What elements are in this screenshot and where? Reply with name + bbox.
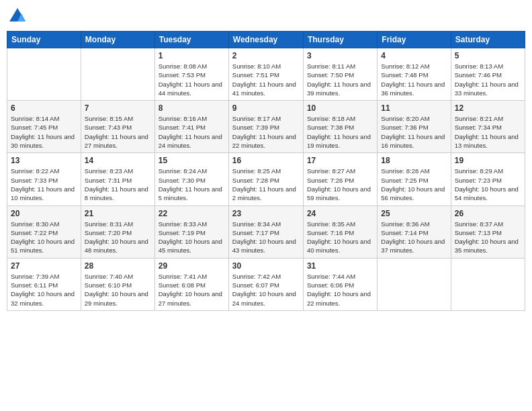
day-detail: Sunrise: 8:17 AM Sunset: 7:39 PM Dayligh… [232, 114, 300, 150]
day-number: 28 [85, 261, 151, 271]
calendar-cell: 1Sunrise: 8:08 AM Sunset: 7:53 PM Daylig… [154, 48, 228, 101]
day-detail: Sunrise: 8:08 AM Sunset: 7:53 PM Dayligh… [159, 62, 225, 97]
day-number: 14 [85, 156, 151, 165]
calendar-cell [378, 258, 451, 310]
day-number: 11 [381, 103, 447, 113]
day-detail: Sunrise: 8:22 AM Sunset: 7:33 PM Dayligh… [11, 167, 77, 202]
day-number: 4 [381, 51, 447, 60]
weekday-header-wednesday: Wednesday [228, 32, 303, 48]
day-number: 18 [381, 156, 447, 165]
calendar-cell: 6Sunrise: 8:14 AM Sunset: 7:45 PM Daylig… [7, 101, 81, 153]
calendar-cell: 28Sunrise: 7:40 AM Sunset: 6:10 PM Dayli… [81, 258, 154, 310]
day-detail: Sunrise: 7:40 AM Sunset: 6:10 PM Dayligh… [85, 272, 151, 308]
day-number: 15 [159, 156, 225, 165]
weekday-header-sunday: Sunday [7, 32, 81, 48]
day-number: 5 [455, 51, 521, 60]
calendar-cell: 20Sunrise: 8:30 AM Sunset: 7:22 PM Dayli… [7, 205, 81, 258]
day-detail: Sunrise: 8:20 AM Sunset: 7:36 PM Dayligh… [381, 114, 447, 150]
calendar-cell: 8Sunrise: 8:16 AM Sunset: 7:41 PM Daylig… [154, 101, 228, 153]
day-number: 25 [381, 209, 447, 218]
day-number: 29 [159, 261, 225, 271]
day-number: 16 [232, 156, 300, 165]
calendar-cell [81, 48, 154, 101]
calendar-cell: 30Sunrise: 7:42 AM Sunset: 6:07 PM Dayli… [228, 258, 303, 310]
day-number: 30 [232, 261, 300, 271]
day-detail: Sunrise: 8:34 AM Sunset: 7:17 PM Dayligh… [232, 220, 300, 255]
day-detail: Sunrise: 8:24 AM Sunset: 7:30 PM Dayligh… [159, 167, 225, 202]
day-detail: Sunrise: 8:14 AM Sunset: 7:45 PM Dayligh… [11, 114, 77, 150]
weekday-header-tuesday: Tuesday [154, 32, 228, 48]
day-number: 2 [232, 51, 300, 60]
day-detail: Sunrise: 8:35 AM Sunset: 7:16 PM Dayligh… [307, 220, 373, 255]
calendar-table: SundayMondayTuesdayWednesdayThursdayFrid… [7, 31, 525, 311]
calendar-cell: 31Sunrise: 7:44 AM Sunset: 6:06 PM Dayli… [303, 258, 377, 310]
day-number: 26 [455, 209, 521, 218]
day-number: 6 [11, 103, 77, 113]
calendar-cell: 24Sunrise: 8:35 AM Sunset: 7:16 PM Dayli… [303, 205, 377, 258]
calendar-cell: 2Sunrise: 8:10 AM Sunset: 7:51 PM Daylig… [228, 48, 303, 101]
weekday-header-friday: Friday [378, 32, 451, 48]
calendar-cell: 3Sunrise: 8:11 AM Sunset: 7:50 PM Daylig… [303, 48, 377, 101]
day-number: 10 [307, 103, 373, 113]
calendar-cell: 13Sunrise: 8:22 AM Sunset: 7:33 PM Dayli… [7, 153, 81, 205]
day-number: 19 [455, 156, 521, 165]
calendar-cell: 27Sunrise: 7:39 AM Sunset: 6:11 PM Dayli… [7, 258, 81, 310]
calendar-cell: 25Sunrise: 8:36 AM Sunset: 7:14 PM Dayli… [378, 205, 451, 258]
day-number: 24 [307, 209, 373, 218]
logo [7, 7, 27, 26]
calendar-cell: 5Sunrise: 8:13 AM Sunset: 7:46 PM Daylig… [451, 48, 525, 101]
calendar-cell: 23Sunrise: 8:34 AM Sunset: 7:17 PM Dayli… [228, 205, 303, 258]
day-number: 21 [85, 209, 151, 218]
day-number: 3 [307, 51, 373, 60]
calendar-cell: 18Sunrise: 8:28 AM Sunset: 7:25 PM Dayli… [378, 153, 451, 205]
day-number: 31 [307, 261, 373, 271]
weekday-header-thursday: Thursday [303, 32, 377, 48]
day-number: 12 [455, 103, 521, 113]
day-detail: Sunrise: 8:27 AM Sunset: 7:26 PM Dayligh… [307, 167, 373, 202]
calendar-cell: 29Sunrise: 7:41 AM Sunset: 6:08 PM Dayli… [154, 258, 228, 310]
day-detail: Sunrise: 8:15 AM Sunset: 7:43 PM Dayligh… [85, 114, 151, 150]
day-detail: Sunrise: 8:29 AM Sunset: 7:23 PM Dayligh… [455, 167, 521, 202]
day-detail: Sunrise: 8:33 AM Sunset: 7:19 PM Dayligh… [159, 220, 225, 255]
day-detail: Sunrise: 7:41 AM Sunset: 6:08 PM Dayligh… [159, 272, 225, 308]
weekday-header-monday: Monday [81, 32, 154, 48]
calendar-cell [451, 258, 525, 310]
day-detail: Sunrise: 8:21 AM Sunset: 7:34 PM Dayligh… [455, 114, 521, 150]
day-detail: Sunrise: 8:31 AM Sunset: 7:20 PM Dayligh… [85, 220, 151, 255]
calendar-week-4: 20Sunrise: 8:30 AM Sunset: 7:22 PM Dayli… [7, 205, 525, 258]
calendar-cell: 17Sunrise: 8:27 AM Sunset: 7:26 PM Dayli… [303, 153, 377, 205]
day-detail: Sunrise: 8:36 AM Sunset: 7:14 PM Dayligh… [381, 220, 447, 255]
weekday-header-row: SundayMondayTuesdayWednesdayThursdayFrid… [7, 32, 525, 48]
day-number: 1 [159, 51, 225, 60]
calendar-week-3: 13Sunrise: 8:22 AM Sunset: 7:33 PM Dayli… [7, 153, 525, 205]
day-detail: Sunrise: 8:18 AM Sunset: 7:38 PM Dayligh… [307, 114, 373, 150]
calendar-cell: 7Sunrise: 8:15 AM Sunset: 7:43 PM Daylig… [81, 101, 154, 153]
day-detail: Sunrise: 7:42 AM Sunset: 6:07 PM Dayligh… [232, 272, 300, 308]
day-detail: Sunrise: 8:16 AM Sunset: 7:41 PM Dayligh… [159, 114, 225, 150]
calendar-cell: 21Sunrise: 8:31 AM Sunset: 7:20 PM Dayli… [81, 205, 154, 258]
day-detail: Sunrise: 8:13 AM Sunset: 7:46 PM Dayligh… [455, 62, 521, 97]
day-detail: Sunrise: 8:23 AM Sunset: 7:31 PM Dayligh… [85, 167, 151, 202]
calendar-cell: 11Sunrise: 8:20 AM Sunset: 7:36 PM Dayli… [378, 101, 451, 153]
day-number: 23 [232, 209, 300, 218]
day-detail: Sunrise: 7:44 AM Sunset: 6:06 PM Dayligh… [307, 272, 373, 308]
day-number: 7 [85, 103, 151, 113]
calendar-cell: 15Sunrise: 8:24 AM Sunset: 7:30 PM Dayli… [154, 153, 228, 205]
calendar-cell: 22Sunrise: 8:33 AM Sunset: 7:19 PM Dayli… [154, 205, 228, 258]
day-number: 17 [307, 156, 373, 165]
calendar-cell [7, 48, 81, 101]
day-detail: Sunrise: 8:25 AM Sunset: 7:28 PM Dayligh… [232, 167, 300, 202]
day-detail: Sunrise: 8:10 AM Sunset: 7:51 PM Dayligh… [232, 62, 300, 97]
day-detail: Sunrise: 8:30 AM Sunset: 7:22 PM Dayligh… [11, 220, 77, 255]
calendar-cell: 19Sunrise: 8:29 AM Sunset: 7:23 PM Dayli… [451, 153, 525, 205]
day-number: 13 [11, 156, 77, 165]
day-detail: Sunrise: 8:28 AM Sunset: 7:25 PM Dayligh… [381, 167, 447, 202]
calendar-cell: 9Sunrise: 8:17 AM Sunset: 7:39 PM Daylig… [228, 101, 303, 153]
calendar-week-2: 6Sunrise: 8:14 AM Sunset: 7:45 PM Daylig… [7, 101, 525, 153]
day-number: 9 [232, 103, 300, 113]
day-detail: Sunrise: 8:11 AM Sunset: 7:50 PM Dayligh… [307, 62, 373, 97]
calendar-cell: 4Sunrise: 8:12 AM Sunset: 7:48 PM Daylig… [378, 48, 451, 101]
calendar-week-5: 27Sunrise: 7:39 AM Sunset: 6:11 PM Dayli… [7, 258, 525, 310]
calendar-cell: 10Sunrise: 8:18 AM Sunset: 7:38 PM Dayli… [303, 101, 377, 153]
header [7, 7, 525, 26]
